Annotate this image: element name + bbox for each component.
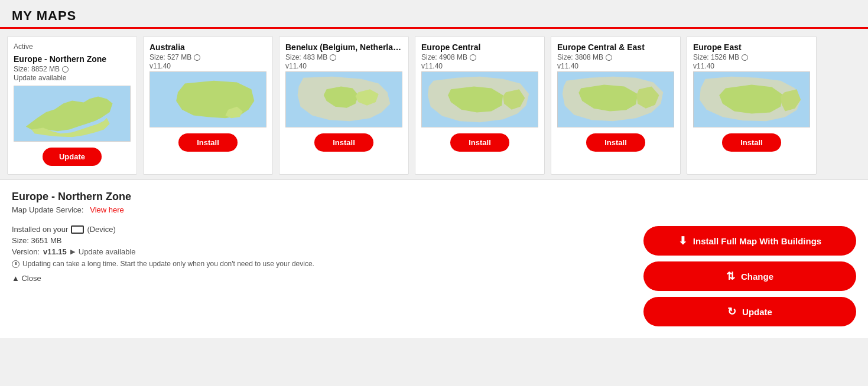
card-button-europe-central-east[interactable]: Install [586, 133, 645, 152]
warning-text: Updating can take a long time. Start the… [22, 260, 314, 268]
detail-panel: Europe - Northern Zone Map Update Servic… [0, 179, 868, 338]
device-icon [71, 225, 84, 234]
map-card-europe-northern[interactable]: ActiveEurope - Northern Zone Size: 8852 … [7, 36, 137, 175]
change-icon: ⇅ [726, 270, 735, 283]
update-icon: ↻ [727, 305, 736, 318]
card-name-europe-central: Europe Central [421, 42, 538, 52]
clock-icon [12, 260, 19, 268]
service-label: Map Update Service: [12, 205, 83, 214]
card-button-australia[interactable]: Install [178, 133, 238, 152]
map-image-europe-northern [14, 86, 131, 142]
version-value: v11.15 [43, 247, 67, 256]
map-image-europe-central [421, 71, 538, 127]
card-version-benelux: v11.40 [285, 62, 402, 70]
clock-icon-europe-northern [62, 66, 69, 73]
card-version-europe-central: v11.40 [421, 62, 538, 70]
map-image-europe-central-east [557, 71, 674, 127]
map-card-europe-east[interactable]: Europe East Size: 1526 MB v11.40 Install [687, 36, 817, 175]
install-full-map-label: Install Full Map With Buildings [693, 236, 821, 246]
card-size-europe-central-east: Size: 3808 MB [557, 53, 674, 61]
action-btn-change[interactable]: ⇅Change [643, 261, 856, 291]
close-row[interactable]: ▲ Close [12, 274, 643, 283]
detail-title: Europe - Northern Zone [12, 191, 643, 203]
map-card-benelux[interactable]: Benelux (Belgium, Netherlan... Size: 483… [279, 36, 409, 175]
card-button-europe-east[interactable]: Install [722, 133, 781, 152]
map-card-australia[interactable]: Australia Size: 527 MB v11.40 Install [143, 36, 273, 175]
active-label: Active [14, 42, 131, 51]
action-btn-install-full-map[interactable]: ⬇Install Full Map With Buildings [643, 226, 856, 256]
detail-right: ⬇Install Full Map With Buildings⇅Change↻… [643, 191, 856, 326]
clock-icon-australia [194, 54, 200, 61]
card-version-europe-east: v11.40 [693, 62, 810, 70]
action-btn-update[interactable]: ↻Update [643, 297, 856, 326]
card-button-europe-northern[interactable]: Update [43, 148, 102, 166]
card-version-europe-central-east: v11.40 [557, 62, 674, 70]
close-label[interactable]: ▲ Close [12, 274, 41, 283]
card-name-europe-east: Europe East [693, 42, 810, 52]
change-label: Change [741, 271, 773, 282]
installed-label: Installed on your (Device) [12, 225, 643, 234]
detail-size: Size: 3651 MB [12, 236, 643, 245]
detail-warning: Updating can take a long time. Start the… [12, 260, 643, 268]
maps-row: ActiveEurope - Northern Zone Size: 8852 … [7, 36, 861, 179]
clock-icon-benelux [330, 54, 336, 61]
page-header: MY MAPS [0, 0, 868, 29]
card-name-benelux: Benelux (Belgium, Netherlan... [285, 42, 402, 52]
card-name-europe-central-east: Europe Central & East [557, 42, 674, 52]
service-link[interactable]: View here [90, 205, 124, 214]
card-size-europe-east: Size: 1526 MB [693, 53, 810, 61]
update-available-text: Update available [79, 247, 136, 256]
map-card-europe-central-east[interactable]: Europe Central & East Size: 3808 MB v11.… [551, 36, 681, 175]
version-label: Version: [12, 247, 40, 256]
map-card-europe-central[interactable]: Europe Central Size: 4908 MB v11.40 Inst… [415, 36, 545, 175]
map-image-europe-east [693, 71, 810, 127]
card-name-australia: Australia [149, 42, 266, 52]
clock-icon-europe-central-east [606, 54, 612, 61]
map-image-benelux [285, 71, 402, 127]
clock-icon-europe-east [742, 54, 748, 61]
detail-left: Europe - Northern Zone Map Update Servic… [12, 191, 643, 283]
update-label: Update [742, 307, 772, 317]
card-button-benelux[interactable]: Install [314, 133, 373, 152]
page-wrapper: MY MAPS ActiveEurope - Northern Zone Siz… [0, 0, 868, 386]
card-size-benelux: Size: 483 MB [285, 53, 402, 61]
card-size-europe-central: Size: 4908 MB [421, 53, 538, 61]
detail-service: Map Update Service: View here [12, 205, 643, 214]
install-full-map-icon: ⬇ [678, 234, 687, 247]
card-button-europe-central[interactable]: Install [450, 133, 509, 152]
card-name-europe-northern: Europe - Northern Zone [14, 54, 131, 64]
card-version-australia: v11.40 [149, 62, 266, 70]
arrow-icon: ▶ [70, 248, 75, 256]
device-label: (Device) [87, 225, 115, 234]
update-label-europe-northern: Update available [14, 74, 131, 82]
maps-section: ActiveEurope - Northern Zone Size: 8852 … [0, 29, 868, 179]
card-size-australia: Size: 527 MB [149, 53, 266, 61]
clock-icon-europe-central [470, 54, 476, 61]
map-image-australia [149, 71, 266, 127]
detail-version-row: Version: v11.15 ▶ Update available [12, 247, 643, 256]
card-size-europe-northern: Size: 8852 MB [14, 65, 131, 73]
installed-text: Installed on your [12, 225, 68, 234]
page-title: MY MAPS [12, 8, 856, 24]
